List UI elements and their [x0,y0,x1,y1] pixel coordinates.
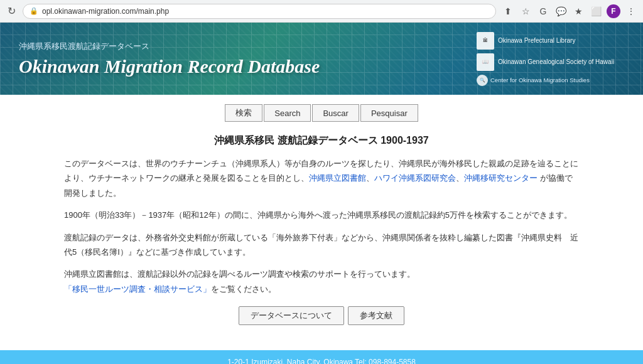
menu-icon[interactable]: ⋮ [624,4,638,18]
browser-actions: ⬆ ☆ G 💬 ★ ⬜ F ⋮ [501,4,638,18]
genealogy-logo-text: Okinawan Genealogical Society of Hawaii [498,58,614,66]
para1-sep2: 、 [456,173,464,183]
library-logo-icon: 🏛 [477,32,494,50]
page-footer: 1-20-1 Izumizaki, Naha City, Okinawa Tel… [0,350,643,364]
header-banner: 沖縄県系移民渡航記録データベース Okinawan Migration Reco… [0,23,643,95]
link-consultation-service[interactable]: 「移民一世ルーツ調査・相談サービス」 [64,284,211,294]
link-prefectural-library[interactable]: 沖縄県立図書館 [309,173,366,183]
description-para1: このデータベースは、世界のウチナーンチュ（沖縄県系人）等が自身のルーツを探したり… [64,156,579,200]
url-text: opl.okinawan-migration.com/main.php [42,7,169,16]
nav-section: 検索 Search Buscar Pesquisar [0,95,643,128]
link-migration-center[interactable]: 沖縄移研究センター [464,173,538,183]
header-logos: 🏛 Okinawa Prefectural Library 📖 Okinawan… [467,26,643,92]
description-para3: 渡航記録のデータは、外務省外交史料館が所蔵している「海外旅券下付表」などから、沖… [64,230,579,260]
logo-migration-studies: 🔍 Center for Okinawa Migration Studies [477,75,590,86]
bookmark-icon[interactable]: ☆ [519,4,532,18]
header-subtitle: 沖縄県系移民渡航記録データベース [19,41,448,52]
header-content: 沖縄県系移民渡航記録データベース Okinawan Migration Reco… [0,31,467,87]
library-logo-text: Okinawa Prefectural Library [498,36,575,45]
translate-icon[interactable]: G [536,4,550,18]
page-title: 沖縄県系移民 渡航記録データベース 1900-1937 [64,134,579,147]
footer-buttons: データベースについて 参考文献 [64,306,579,325]
url-bar[interactable]: 🔒 opl.okinawan-migration.com/main.php [23,4,496,19]
search-button-ja[interactable]: 検索 [225,104,262,122]
about-database-button[interactable]: データベースについて [239,306,344,325]
description-para4: 沖縄県立図書館は、渡航記録以外の記録を調べるルーツ調査や検索のサポートを行ってい… [64,267,579,296]
extension-icon[interactable]: ★ [571,4,585,18]
window-icon[interactable]: ⬜ [589,4,603,18]
para4-text-before: 沖縄県立図書館は、渡航記録以外の記録を調べるルーツ調査や検索のサポートを行ってい… [64,269,415,279]
footer-address: 1-20-1 Izumizaki, Naha City, Okinawa Tel… [6,358,637,364]
chat-icon[interactable]: 💬 [554,4,568,18]
description-para2: 1900年（明治33年）－1937年（昭和12年）の間に、沖縄県から海外へ渡った… [64,208,579,222]
lock-icon: 🔒 [30,7,38,15]
search-button-pt[interactable]: Pesquisar [360,104,418,122]
migration-logo-text: Center for Okinawa Migration Studies [490,77,590,83]
search-button-en[interactable]: Search [264,104,311,122]
para4-text-after: をご覧ください。 [211,284,276,294]
share-icon[interactable]: ⬆ [501,4,515,18]
profile-icon[interactable]: F [607,4,620,18]
references-button[interactable]: 参考文献 [348,306,404,325]
browser-chrome: ↻ 🔒 opl.okinawan-migration.com/main.php … [0,0,643,23]
migration-logo-icon: 🔍 [477,75,488,86]
para1-sep1: 、 [366,173,374,183]
link-hawaii-genealogy[interactable]: ハワイ沖縄系図研究会 [374,173,456,183]
refresh-button[interactable]: ↻ [5,5,18,18]
logo-genealogical-society: 📖 Okinawan Genealogical Society of Hawai… [477,53,614,71]
logo-prefectural-library: 🏛 Okinawa Prefectural Library [477,32,575,50]
search-button-es[interactable]: Buscar [312,104,359,122]
nav-buttons: 検索 Search Buscar Pesquisar [225,104,418,122]
main-content: 沖縄県系移民 渡航記録データベース 1900-1937 このデータベースは、世界… [39,128,604,344]
header-title: Okinawan Migration Record Database [19,56,448,77]
genealogy-logo-icon: 📖 [477,53,494,71]
